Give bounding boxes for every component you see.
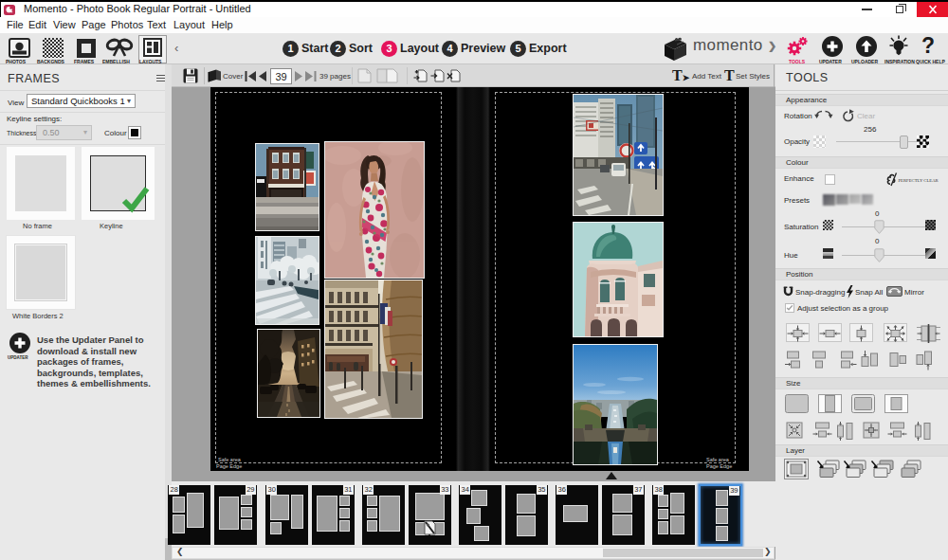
svg-text:PERFECTLY CLEAR: PERFECTLY CLEAR [899,178,939,183]
